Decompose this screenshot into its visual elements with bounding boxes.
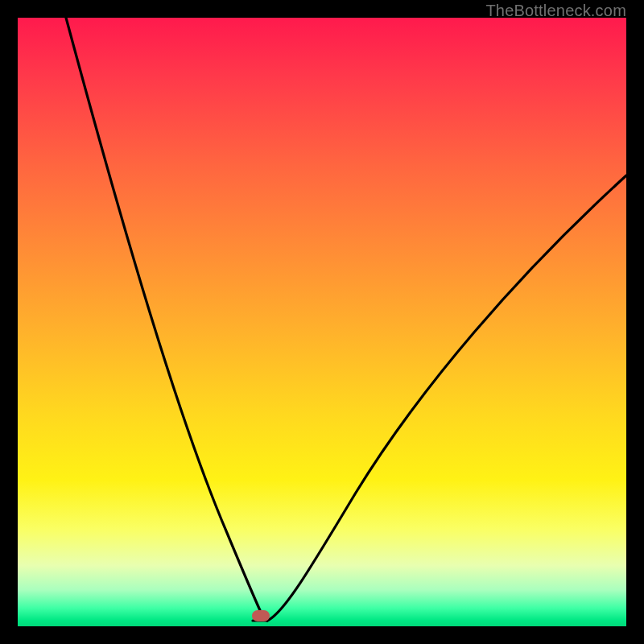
curve-left-branch <box>66 18 267 621</box>
optimal-marker <box>252 610 270 621</box>
curve-right-branch <box>267 175 626 621</box>
bottleneck-curve <box>18 18 626 626</box>
plot-area <box>18 18 626 626</box>
